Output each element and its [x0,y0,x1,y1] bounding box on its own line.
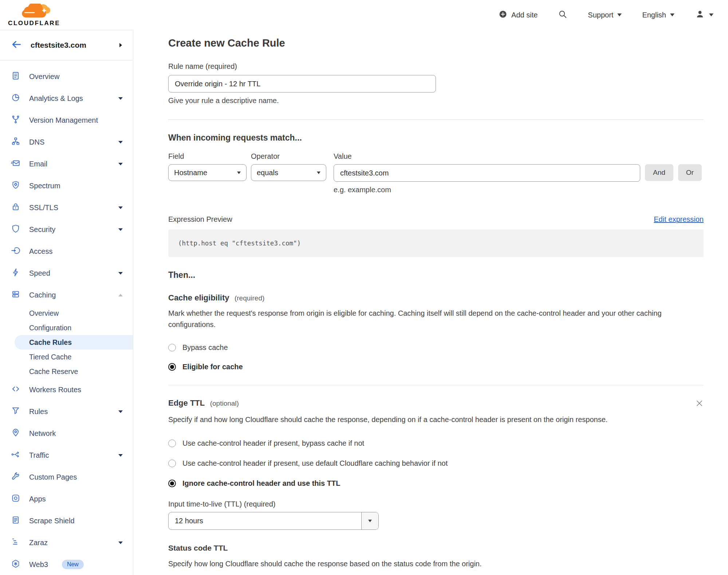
account-menu[interactable] [695,9,713,21]
cloudflare-wordmark: CLOUDFLARE [8,20,60,26]
sidebar-item-overview[interactable]: Overview [0,66,133,87]
sidebar-item-network[interactable]: Network [0,422,133,444]
chevron-down-icon [118,97,123,100]
share-split-icon [11,450,20,461]
then-heading: Then... [168,270,704,280]
user-icon [695,9,705,21]
sidebar-subitem-tiered-cache[interactable]: Tiered Cache [0,350,133,364]
operator-select[interactable]: equals [251,164,326,181]
language-menu[interactable]: English [642,11,674,19]
rule-name-input[interactable] [168,75,436,92]
ttl-input-label: Input time-to-live (TTL) (required) [168,500,704,508]
search-icon [558,9,567,21]
support-menu[interactable]: Support [588,11,622,19]
sidebar-item-apps[interactable]: Apps [0,488,133,510]
expression-code: (http.host eq "cftestsite3.com") [168,229,704,257]
chevron-down-icon [670,13,674,16]
sidebar-item-caching[interactable]: Caching [0,284,133,306]
shield-icon [11,224,20,235]
chevron-down-icon [237,172,241,174]
sidebar-item-ssl-tls[interactable]: SSL/TLS [0,197,133,218]
match-heading: When incoming requests match... [168,133,704,143]
field-select[interactable]: Hostname [168,164,247,181]
edge-ttl-option-1-radio[interactable]: Use cache-control header if present, byp… [168,439,704,448]
chevron-down-icon [118,206,123,209]
wrench-icon [11,472,20,483]
value-input[interactable] [334,164,640,182]
sidebar-item-workers-routes[interactable]: Workers Routes [0,379,133,401]
shield-gear-icon [11,180,20,192]
edge-ttl-description: Specify if and how long Cloudflare shoul… [168,414,614,425]
new-badge: New [62,560,84,569]
search-button[interactable] [558,9,567,21]
add-site-button[interactable]: Add site [499,10,538,20]
status-code-ttl-heading: Status code TTL [168,544,704,552]
sidebar-item-spectrum[interactable]: Spectrum [0,175,133,197]
chevron-down-icon [317,172,320,174]
sidebar-item-traffic[interactable]: Traffic [0,444,133,466]
sidebar-subitem-caching-overview[interactable]: Overview [0,306,133,320]
cloudflare-logo[interactable]: CLOUDFLARE [8,4,60,26]
sidebar-subitem-cache-rules[interactable]: Cache Rules [15,335,133,350]
sidebar-item-access[interactable]: Access [0,240,133,262]
chevron-down-icon [118,272,123,275]
edit-expression-link[interactable]: Edit expression [654,215,704,224]
radio-unchecked-icon [168,344,176,351]
network-tree-icon [11,137,20,148]
sidebar: cftestsite3.com Overview Analytics & Log… [0,30,133,575]
stacked-bars-icon [11,537,20,548]
chevron-down-icon [118,410,123,413]
caret-right-icon[interactable] [119,43,122,47]
chevron-down-icon [368,520,372,522]
edge-ttl-option-2-radio[interactable]: Use cache-control header if present, use… [168,459,704,468]
divider [168,119,704,120]
chevron-up-icon [118,294,123,296]
back-arrow-icon[interactable] [11,39,22,51]
site-header: cftestsite3.com [0,30,133,60]
sidebar-subitem-configuration[interactable]: Configuration [0,320,133,335]
edge-ttl-header: Edge TTL (optional) [168,398,704,409]
eligible-for-cache-radio[interactable]: Eligible for cache [168,363,704,371]
sidebar-item-security[interactable]: Security [0,218,133,240]
field-label: Field [168,152,247,161]
sidebar-item-version-management[interactable]: Version Management [0,109,133,131]
sidebar-item-scrape-shield[interactable]: Scrape Shield [0,510,133,532]
ttl-select[interactable]: 12 hours [168,512,379,530]
chevron-down-icon [709,13,713,16]
document-lines-icon [11,515,20,527]
sidebar-subitem-cache-reserve[interactable]: Cache Reserve [0,364,133,379]
site-name[interactable]: cftestsite3.com [31,41,86,50]
close-icon[interactable] [695,399,704,409]
rule-name-label: Rule name (required) [168,62,704,71]
sidebar-item-rules[interactable]: Rules [0,401,133,422]
sidebar-item-email[interactable]: Email [0,153,133,175]
edge-ttl-heading: Edge TTL [168,398,205,407]
login-arrow-icon [11,246,20,257]
rule-name-help: Give your rule a descriptive name. [168,97,704,105]
radio-unchecked-icon [168,440,176,447]
divider [168,385,704,385]
sidebar-item-zaraz[interactable]: Zaraz [0,532,133,554]
value-label: Value [334,152,640,161]
app-square-icon [11,493,20,505]
and-button[interactable]: And [645,164,673,181]
sidebar-item-custom-pages[interactable]: Custom Pages [0,466,133,488]
plus-circle-icon [499,10,507,20]
or-button[interactable]: Or [678,164,702,181]
topbar-actions: Add site Support English [499,9,713,21]
operator-label: Operator [251,152,326,161]
edge-ttl-option-3-radio[interactable]: Ignore cache-control header and use this… [168,479,704,488]
sidebar-item-analytics-logs[interactable]: Analytics & Logs [0,87,133,109]
server-stack-icon [11,290,20,301]
bypass-cache-radio[interactable]: Bypass cache [168,343,704,352]
chevron-down-icon [118,141,123,143]
ttl-dropdown-button[interactable] [361,512,378,529]
radio-checked-icon [168,480,176,487]
sidebar-item-web3[interactable]: Web3 New [0,554,133,575]
sidebar-item-speed[interactable]: Speed [0,262,133,284]
clipboard-icon [11,71,20,82]
expression-preview-label: Expression Preview [168,215,232,224]
branch-icon [11,115,20,126]
sidebar-item-dns[interactable]: DNS [0,131,133,153]
match-row: Field Hostname Operator equals Value e.g… [168,152,704,194]
